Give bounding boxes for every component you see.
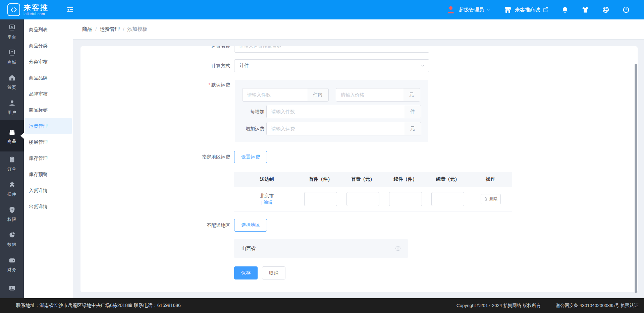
storefront-icon: [504, 6, 512, 14]
first-fee-cell-input[interactable]: [346, 192, 379, 206]
first-count-input[interactable]: [242, 88, 307, 102]
sidebar-item-data[interactable]: 数据: [0, 227, 24, 252]
globe-icon[interactable]: [602, 6, 610, 14]
freight-template-form-card: 运费名称 计算方式 计件 *默认运费 件内 元 每增加 件 增加运费: [80, 46, 638, 292]
sidebar-item-home[interactable]: 首页: [0, 70, 24, 95]
increment-count-input[interactable]: [266, 105, 404, 118]
col-actions: 操作: [469, 176, 512, 182]
increment-fee-unit: 元: [404, 122, 421, 135]
chevron-down-icon: [486, 8, 490, 12]
default-fee-label: *默认运费: [153, 78, 230, 91]
sidebar-item-floor-management[interactable]: 楼层管理: [24, 134, 73, 150]
brand-subtitle: laiketui.com: [23, 12, 49, 16]
calc-method-value: 计件: [239, 63, 249, 69]
col-next-fee: 续费（元）: [427, 176, 469, 182]
trash-icon: [484, 197, 488, 201]
footer: 联系地址：湖南省长沙市岳麓区绿地中央广场6栋2018室 联系电话：6159816…: [0, 298, 644, 313]
topbar-right: 超级管理员 来客推商城: [446, 0, 644, 19]
sidebar-item-orders[interactable]: 订单: [0, 151, 24, 177]
edit-region-link[interactable]: | 编辑: [261, 199, 272, 205]
sidebar-item-goods-category[interactable]: 商品分类: [24, 38, 73, 54]
sidebar-item-outbound-detail[interactable]: 出货详情: [24, 198, 73, 214]
finance-wallet-icon: [8, 256, 16, 265]
freight-name-input[interactable]: [234, 46, 429, 53]
sidebar-item-freight-management[interactable]: 运费管理: [25, 118, 72, 134]
sidebar-item-media[interactable]: [0, 277, 24, 298]
sidebar-collapse-icon[interactable]: [66, 6, 74, 14]
default-fee-panel: 件内 元 每增加 件 增加运费 元: [235, 80, 428, 142]
cancel-button[interactable]: 取消: [262, 266, 285, 279]
sidebar-item-mall[interactable]: 商城: [0, 45, 24, 70]
next-fee-cell-input[interactable]: [431, 192, 464, 206]
breadcrumb-separator: /: [123, 26, 124, 32]
table-header-row: 送达到 首件（件） 首费（元） 续件（件） 续费（元） 操作: [234, 172, 512, 187]
brand-name: 来客推: [23, 4, 49, 12]
brand-logo[interactable]: 来客推 laiketui.com: [7, 3, 49, 16]
breadcrumb-goods[interactable]: 商品: [82, 26, 92, 33]
permission-shield-icon: [8, 206, 16, 215]
default-fee-row-first: 件内 元: [242, 88, 420, 102]
active-section-notch: [20, 133, 24, 139]
sidebar-item-stock-warning[interactable]: 库存预警: [24, 166, 73, 182]
remove-region-icon[interactable]: [395, 245, 401, 252]
sidebar-item-finance[interactable]: 财务: [0, 252, 24, 277]
media-picture-icon: [8, 285, 16, 293]
next-count-cell-input[interactable]: [389, 192, 422, 206]
topbar: 来客推 laiketui.com 超级管理员 来客推商城: [0, 0, 644, 19]
first-count-cell-input[interactable]: [304, 192, 337, 206]
sidebar-item-brand-review[interactable]: 品牌审核: [24, 86, 73, 102]
sidebar-item-users[interactable]: 用户: [0, 95, 24, 120]
region-fee-label: 指定地区运费: [153, 151, 230, 163]
sidebar-item-platform[interactable]: S 平台: [0, 19, 24, 45]
select-region-button[interactable]: 选择地区: [234, 219, 267, 232]
sidebar-item-plugins[interactable]: 插件: [0, 177, 24, 202]
first-price-unit: 元: [403, 88, 420, 102]
excluded-region-item: 山西省: [234, 239, 408, 258]
sidebar-item-category-review[interactable]: 分类审核: [24, 54, 73, 70]
admin-page: 来客推 laiketui.com 超级管理员 来客推商城: [0, 0, 644, 313]
first-price-input[interactable]: [336, 88, 403, 102]
delete-row-button[interactable]: 删除: [481, 194, 501, 204]
breadcrumb-separator: /: [95, 26, 97, 32]
sidebar-item-goods-tags[interactable]: 商品标签: [24, 102, 73, 118]
increment-fee-input[interactable]: [266, 122, 404, 135]
sidebar-item-permissions[interactable]: 权限: [0, 202, 24, 227]
freight-name-label: 运费名称: [153, 46, 230, 53]
calc-method-label: 计算方式: [153, 59, 230, 72]
shop-link[interactable]: 来客推商城: [515, 7, 540, 13]
breadcrumb: 商品 / 运费管理 / 添加模板: [73, 19, 644, 40]
power-logout-icon[interactable]: [622, 6, 630, 14]
breadcrumb-freight[interactable]: 运费管理: [100, 26, 120, 33]
home-icon: [8, 74, 16, 83]
brand-logo-icon: [7, 3, 20, 16]
set-fee-button[interactable]: 设置运费: [234, 151, 267, 163]
secondary-sidebar: 商品列表 商品分类 分类审核 商品品牌 品牌审核 商品标签 运费管理 楼层管理 …: [24, 19, 73, 298]
excluded-region-name: 山西省: [241, 246, 256, 252]
platform-badge-icon: S: [8, 24, 16, 33]
user-role-dropdown[interactable]: 超级管理员: [459, 7, 484, 13]
shop-shirt-icon[interactable]: [581, 6, 589, 14]
sidebar-item-inbound-detail[interactable]: 入货详情: [24, 182, 73, 198]
sidebar-item-stock-management[interactable]: 库存管理: [24, 150, 73, 166]
required-asterisk: *: [209, 82, 210, 87]
no-delivery-label: 不配送地区: [153, 219, 230, 232]
save-button[interactable]: 保存: [234, 266, 258, 279]
scrollbar-thumb[interactable]: [635, 64, 637, 293]
notifications-bell-icon[interactable]: [561, 6, 569, 14]
col-next-count: 续件（件）: [384, 176, 427, 182]
footer-contact: 联系地址：湖南省长沙市岳麓区绿地中央广场6栋2018室 联系电话：6159816…: [16, 303, 181, 309]
col-first-count: 首件（件）: [300, 176, 342, 182]
external-link-icon[interactable]: [543, 7, 549, 13]
increment-unit: 件: [404, 105, 421, 118]
table-row: 北京市 | 编辑 删除: [234, 187, 512, 211]
footer-beian: 湘公网安备 43010402000895号 执照认证: [555, 303, 639, 309]
col-deliver-to: 送达到: [234, 176, 300, 182]
user-icon: [8, 99, 16, 108]
sidebar-item-goods-brand[interactable]: 商品品牌: [24, 70, 73, 86]
sidebar-item-goods-list[interactable]: 商品列表: [24, 21, 73, 38]
region-fee-table: 送达到 首件（件） 首费（元） 续件（件） 续费（元） 操作 北京市 | 编辑: [234, 172, 512, 211]
data-pie-icon: [8, 231, 16, 240]
user-avatar[interactable]: [446, 5, 455, 14]
calc-method-select[interactable]: 计件: [234, 59, 429, 72]
increment-label: 每增加: [235, 105, 264, 118]
